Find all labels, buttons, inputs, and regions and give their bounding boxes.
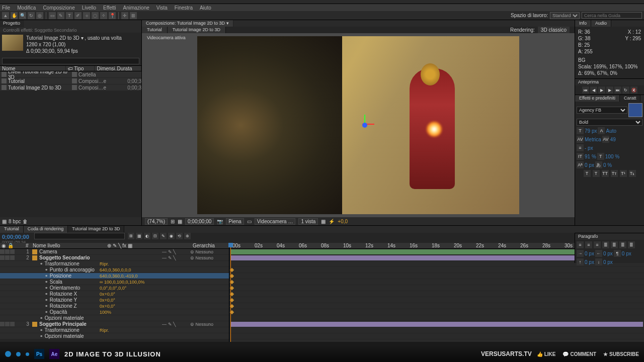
guides-icon[interactable]: ▦: [178, 219, 182, 224]
track[interactable]: [229, 267, 644, 273]
menu-effetti[interactable]: Effetti: [103, 5, 116, 11]
font-size[interactable]: 79 px: [585, 128, 597, 134]
snap-tool[interactable]: ⊞: [130, 12, 137, 19]
comp-subtab[interactable]: Tutorial: [142, 27, 168, 33]
audio-tab[interactable]: Audio: [591, 20, 611, 27]
current-time[interactable]: 0;00;00;00: [2, 234, 32, 240]
indent-right[interactable]: 0 px: [603, 251, 613, 256]
space-after[interactable]: 0 px: [603, 259, 613, 265]
superscript-button[interactable]: T¹: [620, 170, 627, 177]
track[interactable]: [229, 333, 644, 339]
playhead[interactable]: [230, 243, 231, 342]
layer-row[interactable]: ⚬ Rotazione Y0x+0,0°: [0, 297, 229, 303]
fast-preview-icon[interactable]: ⚡: [329, 219, 335, 224]
next-frame-button[interactable]: ▶: [606, 86, 613, 94]
layer-row[interactable]: ⚬ Scala∞ 100,0,100,0,100,0%: [0, 279, 229, 285]
tl-tool-icon[interactable]: ⊡: [152, 233, 158, 239]
like-button[interactable]: 👍 LIKE: [537, 351, 556, 357]
effects-tab[interactable]: Effetti e predefiniti: [575, 95, 620, 102]
menu-aiuto[interactable]: Aiuto: [200, 5, 211, 11]
bold-button[interactable]: T: [584, 170, 591, 177]
timeline-tab[interactable]: Tutorial: [0, 226, 24, 233]
layer-row[interactable]: 1Camera— ✎ ╲⊚ Nessuno: [0, 249, 229, 255]
layer-row[interactable]: ⚬ TrasformazioneRipr.: [0, 261, 229, 267]
justify-all-button[interactable]: ≣: [628, 241, 635, 248]
tl-tool-icon[interactable]: ⟲: [176, 233, 183, 239]
align-right-button[interactable]: ≡: [594, 241, 601, 248]
subscript-button[interactable]: T₁: [629, 170, 636, 177]
paragraph-tab[interactable]: Paragrafo: [575, 233, 644, 240]
comp-subtab[interactable]: Tutorial Image 2D to 3D: [168, 27, 226, 33]
project-row[interactable]: Tutorial Image 2D to 3DComposi…e0;00;3: [0, 84, 141, 91]
bpc-toggle[interactable]: ▦: [2, 219, 7, 224]
track[interactable]: [229, 327, 644, 333]
track[interactable]: [229, 291, 644, 297]
smallcaps-button[interactable]: Tт: [611, 170, 618, 177]
transform-gizmo[interactable]: [355, 115, 375, 135]
clone-tool[interactable]: ⟐: [83, 12, 90, 19]
rect-tool[interactable]: ▭: [49, 12, 56, 19]
loop-button[interactable]: ↻: [622, 86, 629, 94]
axis-tool[interactable]: ✛: [121, 12, 128, 19]
preview-viewport[interactable]: Videocamera attiva: [142, 33, 575, 217]
zoom-select[interactable]: (74,7%): [145, 218, 168, 225]
tsume[interactable]: 0 %: [603, 162, 612, 168]
last-frame-button[interactable]: ⏭: [614, 86, 621, 94]
workspace-select[interactable]: Standard: [550, 12, 580, 19]
resolution-select[interactable]: Piena: [226, 218, 244, 225]
comp-header-tab[interactable]: Composizione: Tutorial Image 2D to 3D ▾: [142, 20, 233, 27]
layer-row[interactable]: ⚬ TrasformazioneRipr.: [0, 327, 229, 333]
render-queue-tab[interactable]: Coda di rendering: [24, 226, 68, 233]
help-search[interactable]: [582, 12, 642, 19]
color-swatch[interactable]: [628, 103, 642, 117]
font-select[interactable]: Agency FB: [577, 107, 627, 114]
menu-composizione[interactable]: Composizione: [43, 5, 74, 11]
prev-frame-button[interactable]: ◀: [590, 86, 597, 94]
selection-tool[interactable]: ▲: [2, 12, 9, 19]
project-row[interactable]: Livelli Tutorial Image 2D to 3DCartella: [0, 71, 141, 78]
layer-row[interactable]: ⚬ Rotazione X0x+0,0°: [0, 291, 229, 297]
eraser-tool[interactable]: ◌: [92, 12, 99, 19]
views-select[interactable]: 1 vista: [298, 218, 318, 225]
menu-animazione[interactable]: Animazione: [123, 5, 149, 11]
layer-row[interactable]: ⚬ Punto di ancoraggio640,0,360,0,0,0: [0, 267, 229, 273]
align-center-button[interactable]: ≡: [585, 241, 592, 248]
tl-tool-icon[interactable]: ◉: [168, 233, 175, 239]
space-before[interactable]: 0 px: [585, 259, 594, 265]
menu-file[interactable]: File: [2, 5, 10, 11]
roto-tool[interactable]: ✧: [100, 12, 107, 19]
menu-vista[interactable]: Vista: [156, 5, 168, 11]
grid-icon[interactable]: ⊞: [171, 219, 175, 224]
menu-finestra[interactable]: Finestra: [175, 5, 193, 11]
align-left-button[interactable]: ≡: [577, 241, 584, 248]
subscribe-button[interactable]: ★ SUBSCRIBE: [603, 351, 639, 357]
character-tab[interactable]: Caratt: [620, 95, 641, 102]
time-display[interactable]: 0;00;00;00: [185, 218, 214, 225]
track[interactable]: [229, 297, 644, 303]
roi-icon[interactable]: ▭: [247, 219, 252, 224]
caps-button[interactable]: TT: [602, 170, 609, 177]
justify-left-button[interactable]: ≣: [602, 241, 609, 248]
trash-icon[interactable]: 🗑: [23, 219, 28, 224]
layer-row[interactable]: ⚬ Opacità100%: [0, 309, 229, 315]
render-mode[interactable]: 3D classico: [538, 27, 570, 33]
pixel-aspect-icon[interactable]: ▦: [321, 219, 326, 224]
vscale[interactable]: 91 %: [585, 154, 596, 159]
rotate-tool[interactable]: ↻: [28, 12, 35, 19]
track[interactable]: [229, 279, 644, 285]
camera-select[interactable]: Videocamera …: [255, 218, 296, 225]
timeline-tab-active[interactable]: Tutorial Image 2D to 3D: [68, 226, 124, 233]
tl-tool-icon[interactable]: ⊞: [128, 233, 134, 239]
track[interactable]: [229, 273, 644, 279]
zoom-tool[interactable]: 🔍: [19, 12, 26, 19]
project-row[interactable]: TutorialComposi…e0;00;3: [0, 78, 141, 84]
layer-row[interactable]: ⚬ Opzioni materiale: [0, 333, 229, 339]
puppet-tool[interactable]: 📍: [109, 12, 116, 19]
indent-first[interactable]: 0 px: [622, 251, 631, 256]
pen-tool[interactable]: ✎: [57, 12, 64, 19]
justify-center-button[interactable]: ≣: [611, 241, 618, 248]
tl-tool-icon[interactable]: ◐: [144, 233, 150, 239]
hand-tool[interactable]: ✋: [11, 12, 18, 19]
hscale[interactable]: 100 %: [605, 154, 619, 159]
kerning[interactable]: Metrica: [585, 137, 601, 142]
